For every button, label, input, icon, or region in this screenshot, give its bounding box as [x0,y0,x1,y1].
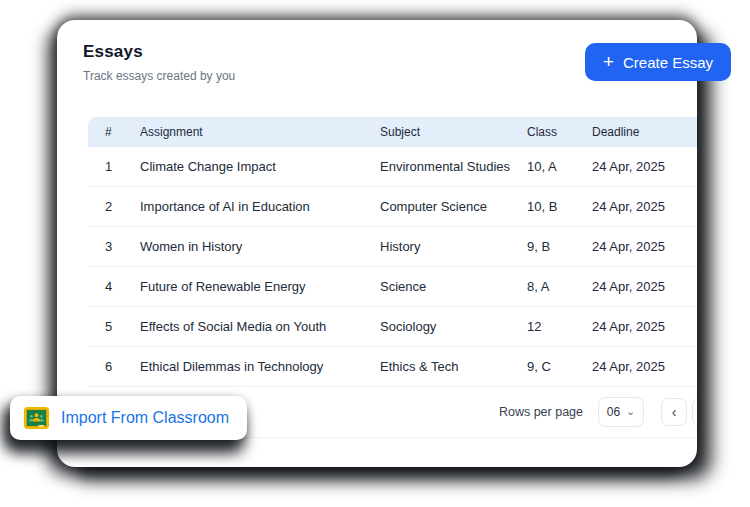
table-row[interactable]: 6Ethical Dilemmas in TechnologyEthics & … [88,347,697,387]
cell-number: 6 [88,347,140,387]
cell-subject: Environmental Studies [380,147,527,187]
create-essay-label: Create Essay [623,54,713,71]
table-row[interactable]: 2Importance of AI in EducationComputer S… [88,187,697,227]
cell-assignment: Effects of Social Media on Youth [140,307,380,347]
cell-deadline: 24 Apr, 2025 [592,227,697,267]
import-from-classroom-label: Import From Classroom [61,409,229,427]
create-essay-button[interactable]: + Create Essay [585,43,731,81]
column-header-number: # [88,117,140,147]
cell-class: 12 [527,307,592,347]
table-header-row: # Assignment Subject Class Deadline [88,117,697,147]
cell-subject: Sociology [380,307,527,347]
cell-subject: Ethics & Tech [380,347,527,387]
cell-deadline: 24 Apr, 2025 [592,307,697,347]
card-header: Essays Track essays created by you [83,42,235,83]
cell-number: 3 [88,227,140,267]
cell-assignment: Importance of AI in Education [140,187,380,227]
cell-subject: Computer Science [380,187,527,227]
essays-table-container: # Assignment Subject Class Deadline 1Cli… [88,117,697,438]
chevron-left-icon: ‹ [672,404,677,420]
google-classroom-icon [23,405,50,431]
cell-class: 9, C [527,347,592,387]
cell-deadline: 24 Apr, 2025 [592,267,697,307]
table-row[interactable]: 3Women in HistoryHistory9, B24 Apr, 2025 [88,227,697,267]
cell-class: 10, B [527,187,592,227]
cell-assignment: Future of Renewable Energy [140,267,380,307]
column-header-subject: Subject [380,117,527,147]
cell-assignment: Women in History [140,227,380,267]
essays-table: # Assignment Subject Class Deadline 1Cli… [88,117,697,387]
rows-per-page-select[interactable]: 06 ⌄ [598,397,644,427]
previous-page-button[interactable]: ‹ [661,398,687,426]
table-row[interactable]: 4Future of Renewable EnergyScience8, A24… [88,267,697,307]
column-header-assignment: Assignment [140,117,380,147]
cell-deadline: 24 Apr, 2025 [592,147,697,187]
import-from-classroom-button[interactable]: Import From Classroom [10,396,247,440]
cell-number: 5 [88,307,140,347]
cell-assignment: Ethical Dilemmas in Technology [140,347,380,387]
page-subtitle: Track essays created by you [83,69,235,83]
cell-assignment: Climate Change Impact [140,147,380,187]
column-header-class: Class [527,117,592,147]
cell-subject: Science [380,267,527,307]
table-body: 1Climate Change ImpactEnvironmental Stud… [88,147,697,387]
cell-number: 1 [88,147,140,187]
table-row[interactable]: 5Effects of Social Media on YouthSociolo… [88,307,697,347]
cell-class: 9, B [527,227,592,267]
column-header-deadline: Deadline [592,117,697,147]
chevron-down-icon: ⌄ [626,406,635,417]
cell-number: 4 [88,267,140,307]
cell-subject: History [380,227,527,267]
cell-class: 8, A [527,267,592,307]
cell-number: 2 [88,187,140,227]
next-page-button[interactable]: › [692,398,697,426]
cell-deadline: 24 Apr, 2025 [592,187,697,227]
plus-icon: + [603,52,614,71]
page-title: Essays [83,42,235,62]
cell-class: 10, A [527,147,592,187]
rows-per-page-label: Rows per page [499,405,583,419]
table-row[interactable]: 1Climate Change ImpactEnvironmental Stud… [88,147,697,187]
rows-per-page-value: 06 [607,405,620,419]
cell-deadline: 24 Apr, 2025 [592,347,697,387]
